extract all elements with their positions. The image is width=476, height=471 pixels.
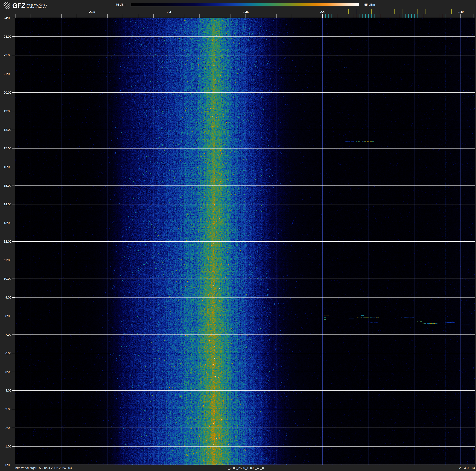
frequency-minor-tick [77,14,77,18]
bluetooth-channel-tick [368,14,369,18]
hour-tick [12,465,15,465]
hour-tick [12,111,15,111]
bluetooth-channel-tick [393,14,393,18]
hour-label: 15:00 [0,184,11,187]
hour-label: 4:00 [0,389,11,392]
hour-label: 11:00 [0,258,11,262]
bluetooth-channel-tick [442,14,442,18]
gfz-logo-acronym: GFZ [12,2,25,10]
frequency-tick-label: 2.4 [316,10,329,14]
hour-tick [12,390,15,391]
frequency-minor-tick [307,14,307,18]
hour-tick [12,260,15,260]
hour-tick [12,36,15,37]
frequency-minor-tick [215,14,215,18]
bluetooth-channel-tick [341,14,341,18]
bluetooth-channel-tick [396,14,396,18]
bluetooth-channel-tick [378,14,378,18]
bluetooth-channel-tick [356,14,357,18]
hour-tick [12,409,15,409]
gfz-logo-name-line2: for Geosciences [26,6,47,9]
footer-dataset-id: 1_2200_2500_10000_40_0 [15,466,475,470]
colorbar-max-label: -55 dBm [361,3,375,6]
frequency-major-tick [460,14,461,18]
frequency-minor-tick [292,14,292,18]
wifi-channel-tick [451,9,452,14]
frequency-minor-tick [138,14,138,18]
frequency-minor-tick [200,14,200,18]
wifi-channel-tick [372,9,372,14]
hour-label: 10:00 [0,277,11,280]
frequency-major-tick [246,14,246,18]
bluetooth-channel-tick [374,14,375,18]
hour-tick [12,204,15,204]
hour-tick [12,55,15,55]
hour-label: 13:00 [0,221,11,225]
frequency-tick-label: 2.3 [162,10,176,14]
hour-label: 0:00 [0,463,11,467]
bluetooth-channel-tick [414,14,415,18]
bluetooth-channel-tick [372,14,372,18]
hour-tick [12,241,15,242]
spectrogram-canvas [15,18,475,465]
hour-label: 14:00 [0,203,11,206]
frequency-major-tick [169,14,169,18]
hour-label: 2:00 [0,426,11,430]
wifi-channel-tick [379,9,380,14]
bluetooth-channel-tick [335,14,335,18]
hour-label: 23:00 [0,35,11,38]
hour-label: 3:00 [0,408,11,411]
bluetooth-channel-tick [344,14,344,18]
bluetooth-channel-tick [332,14,332,18]
bluetooth-channel-tick [424,14,424,18]
hour-label: 22:00 [0,54,11,57]
hour-tick [12,74,15,74]
hour-tick [12,148,15,148]
hour-label: 7:00 [0,333,11,336]
bluetooth-channel-tick [350,14,350,18]
frequency-minor-tick [276,14,276,18]
bluetooth-channel-tick [436,14,436,18]
frequency-minor-tick [107,14,108,18]
wifi-channel-tick [364,9,364,14]
frequency-major-tick [322,14,323,18]
wifi-channel-tick [387,9,387,14]
spectrogram-page: GFZ Helmholtz Centre for Geosciences -75… [0,0,476,471]
frequency-minor-tick [15,14,16,18]
wifi-channel-tick [394,9,395,14]
hour-label: 5:00 [0,370,11,374]
frequency-minor-tick [31,14,31,18]
bluetooth-channel-tick [390,14,390,18]
hour-tick [12,92,15,93]
bluetooth-channel-tick [362,14,362,18]
wifi-channel-tick [410,9,410,14]
bluetooth-channel-tick [418,14,418,18]
hour-tick [12,297,15,298]
hour-label: 16:00 [0,165,11,169]
bluetooth-channel-tick [445,14,445,18]
hour-tick [12,185,15,186]
footer-date: 2024-09-13 [459,466,475,470]
bluetooth-channel-tick [353,14,353,18]
hour-tick [12,316,15,316]
frequency-minor-tick [184,14,184,18]
hour-label: 8:00 [0,314,11,318]
bluetooth-channel-tick [405,14,406,18]
frequency-minor-tick [123,14,123,18]
hour-tick [12,18,15,18]
bluetooth-channel-tick [411,14,412,18]
frequency-minor-tick [46,14,46,18]
bluetooth-channel-tick [427,14,427,18]
gfz-logo-name: Helmholtz Centre for Geosciences [26,3,47,9]
wifi-channel-tick [425,9,426,14]
frequency-minor-tick [261,14,261,18]
bluetooth-channel-tick [408,14,408,18]
gfz-logo-icon [3,2,11,9]
bluetooth-channel-tick [338,14,338,18]
bluetooth-channel-tick [421,14,421,18]
bluetooth-channel-tick [381,14,381,18]
frequency-tick-label: 2.35 [239,10,253,14]
frequency-major-tick [92,14,92,18]
hour-label: 20:00 [0,91,11,94]
wifi-channel-tick [433,9,433,14]
